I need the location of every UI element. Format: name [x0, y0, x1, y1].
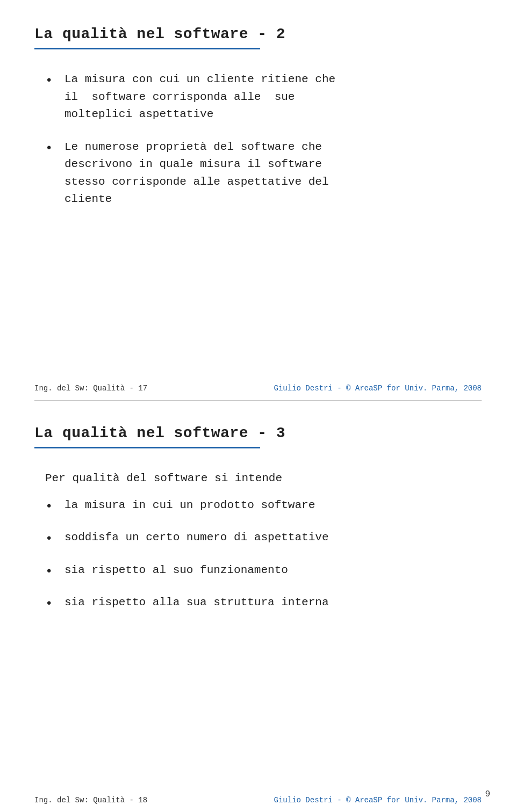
slide-2-footer-left: Ing. del Sw: Qualità - 18: [34, 796, 147, 804]
list-item: Le numerose proprietà del software chede…: [45, 139, 482, 208]
slide-2-title: La qualità nel software - 3: [34, 425, 482, 441]
slide-2-intro: Per qualità del software si intende: [45, 470, 482, 487]
slide-1-bullet-list: La misura con cui un cliente ritiene che…: [45, 71, 482, 208]
slide-2-bullet-list: la misura in cui un prodotto software so…: [45, 497, 482, 612]
list-item: la misura in cui un prodotto software: [45, 497, 482, 514]
page: La qualità nel software - 2 La misura co…: [0, 0, 516, 812]
slide-1: La qualità nel software - 2 La misura co…: [0, 0, 516, 372]
list-item: sia rispetto al suo funzionamento: [45, 562, 482, 579]
slide-1-footer: Ing. del Sw: Qualità - 17 Giulio Destri …: [0, 378, 516, 400]
slide-2-title-underline: [34, 447, 260, 448]
slide-1-footer-left: Ing. del Sw: Qualità - 17: [34, 384, 147, 393]
slide-1-title: La qualità nel software - 2: [34, 26, 482, 42]
slide-2-footer-right: Giulio Destri - © AreaSP for Univ. Parma…: [274, 796, 482, 804]
slide-1-footer-right: Giulio Destri - © AreaSP for Univ. Parma…: [274, 384, 482, 393]
slide-2-footer: Ing. del Sw: Qualità - 18 Giulio Destri …: [0, 789, 516, 812]
list-item: sia rispetto alla sua struttura interna: [45, 594, 482, 612]
page-number: 9: [485, 789, 490, 799]
slide-2: La qualità nel software - 3 Per qualità …: [0, 401, 516, 784]
list-item: La misura con cui un cliente ritiene che…: [45, 71, 482, 124]
list-item: soddisfa un certo numero di aspettative: [45, 529, 482, 547]
slide-1-title-underline: [34, 48, 260, 49]
